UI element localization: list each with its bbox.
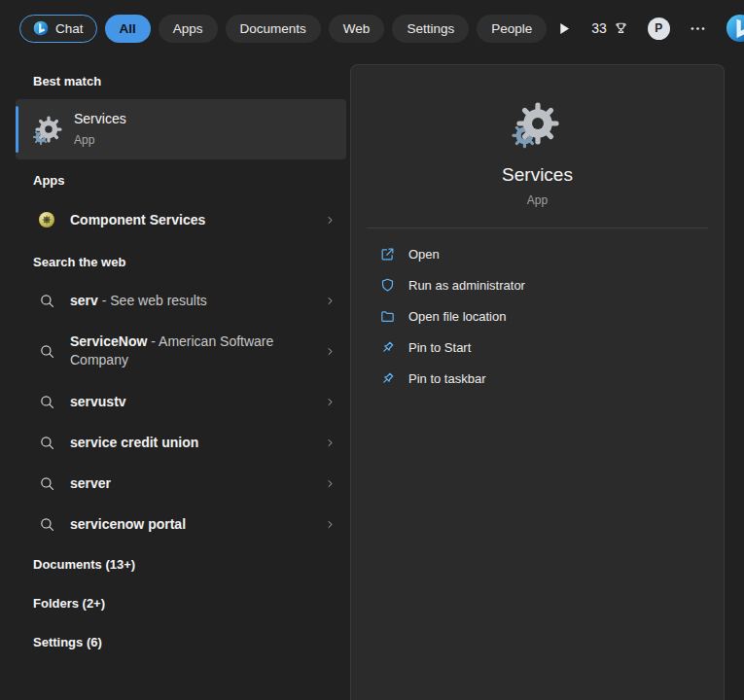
tab-settings[interactable]: Settings: [392, 15, 469, 43]
app-row-text: Component Services: [70, 211, 319, 229]
web-result-text: servustv: [70, 393, 319, 411]
chevron-right-icon[interactable]: [319, 345, 340, 358]
avatar[interactable]: P: [648, 18, 670, 40]
tab-people-label: People: [491, 21, 532, 36]
action-pin-to-start[interactable]: Pin to Start: [365, 332, 710, 363]
action-run-as-administrator[interactable]: Run as administrator: [365, 269, 710, 300]
topbar-right-cluster: 33 P: [554, 14, 744, 43]
web-result-text: server: [70, 474, 319, 493]
open-icon: [379, 246, 396, 262]
action-label: Open: [408, 247, 440, 262]
play-icon[interactable]: [554, 19, 573, 38]
shield-icon: [379, 277, 396, 294]
tab-settings-label: Settings: [407, 21, 454, 36]
web-result-text: serv - See web results: [70, 292, 319, 310]
app-component-services[interactable]: Component Services: [16, 198, 346, 241]
action-label: Pin to Start: [408, 340, 471, 355]
more-options-button[interactable]: [689, 19, 707, 38]
trophy-icon: [613, 20, 629, 37]
preview-title: Services: [502, 164, 573, 186]
search-filter-bar: Chat All Apps Documents Web Settings Peo…: [0, 0, 744, 56]
tab-documents[interactable]: Documents: [226, 15, 321, 43]
section-folders[interactable]: Folders (2+): [16, 583, 346, 622]
chevron-right-icon[interactable]: [319, 295, 340, 307]
search-icon: [33, 285, 60, 316]
web-heading: Search the web: [16, 241, 346, 280]
tab-web-label: Web: [343, 21, 371, 36]
preview-header: Services App: [365, 65, 710, 207]
tab-documents-label: Documents: [240, 21, 306, 36]
app-label: Component Services: [70, 212, 205, 228]
query-text: server: [70, 475, 111, 491]
search-icon: [33, 427, 60, 458]
action-label: Pin to taskbar: [408, 371, 486, 386]
search-icon: [33, 335, 60, 367]
preview-panel: Services App Open Run as administrator: [350, 64, 725, 700]
web-result-text: service credit union: [70, 434, 319, 452]
ellipsis-icon: [689, 19, 707, 38]
query-text: ServiceNow: [70, 333, 147, 349]
preview-subtitle: App: [527, 193, 548, 207]
query-text: serv: [70, 293, 98, 308]
best-match-title: Services: [74, 110, 340, 128]
results-list: Best match Services App Apps: [16, 60, 350, 700]
best-match-heading: Best match: [16, 60, 346, 99]
action-label: Run as administrator: [408, 278, 525, 293]
services-app-icon: [514, 100, 561, 147]
tab-web[interactable]: Web: [329, 15, 385, 43]
gear-icon: [34, 115, 63, 144]
chevron-right-icon[interactable]: [319, 518, 340, 531]
query-text: servustv: [70, 394, 126, 409]
web-result-row[interactable]: servustv: [16, 381, 346, 422]
action-pin-to-taskbar[interactable]: Pin to taskbar: [365, 363, 710, 394]
action-open-file-location[interactable]: Open file location: [365, 300, 710, 332]
chevron-right-icon[interactable]: [319, 396, 340, 408]
search-icon: [33, 468, 60, 499]
tab-chat[interactable]: Chat: [19, 15, 97, 43]
tab-all-label: All: [120, 21, 136, 36]
tab-all[interactable]: All: [105, 15, 151, 43]
web-result-text: ServiceNow - American Software Company: [70, 332, 319, 369]
divider: [367, 228, 708, 228]
web-result-row[interactable]: servicenow portal: [16, 504, 346, 544]
best-match-subtitle: App: [74, 131, 340, 150]
rewards-button[interactable]: 33: [591, 20, 629, 37]
web-result-row[interactable]: serv - See web results: [16, 280, 346, 321]
query-suffix: - See web results: [98, 293, 207, 308]
bing-chat-icon: [33, 20, 49, 36]
bing-logo-button[interactable]: [726, 14, 744, 43]
chevron-right-icon[interactable]: [319, 214, 340, 227]
web-result-row[interactable]: ServiceNow - American Software Company: [16, 321, 346, 381]
search-results-area: Best match Services App Apps: [0, 56, 744, 700]
tab-apps[interactable]: Apps: [159, 15, 218, 43]
query-text: service credit union: [70, 435, 198, 450]
action-label: Open file location: [408, 309, 506, 324]
pin-icon: [379, 370, 396, 387]
best-match-services[interactable]: Services App: [16, 99, 346, 159]
action-open[interactable]: Open: [365, 238, 710, 269]
section-settings[interactable]: Settings (6): [16, 622, 346, 661]
folder-icon: [379, 308, 396, 325]
search-flyout: Chat All Apps Documents Web Settings Peo…: [0, 0, 744, 700]
pin-icon: [379, 339, 396, 356]
web-result-text: servicenow portal: [70, 515, 319, 534]
best-match-icon-box: [33, 114, 64, 145]
section-documents[interactable]: Documents (13+): [16, 544, 346, 583]
bing-icon: [726, 14, 744, 43]
services-app-icon: [34, 115, 63, 144]
rewards-count: 33: [591, 20, 607, 36]
component-services-icon: [33, 204, 60, 235]
tab-chat-label: Chat: [55, 21, 84, 36]
search-icon: [33, 386, 60, 417]
tab-apps-label: Apps: [173, 21, 203, 36]
chevron-right-icon[interactable]: [319, 437, 340, 449]
selection-accent-bar: [16, 106, 18, 153]
query-text: servicenow portal: [70, 516, 186, 532]
tab-people[interactable]: People: [477, 15, 547, 43]
gear-icon: [514, 100, 561, 147]
web-result-row[interactable]: server: [16, 463, 346, 504]
apps-heading: Apps: [16, 159, 346, 198]
chevron-right-icon[interactable]: [319, 477, 340, 490]
search-icon: [33, 508, 60, 540]
web-result-row[interactable]: service credit union: [16, 422, 346, 463]
